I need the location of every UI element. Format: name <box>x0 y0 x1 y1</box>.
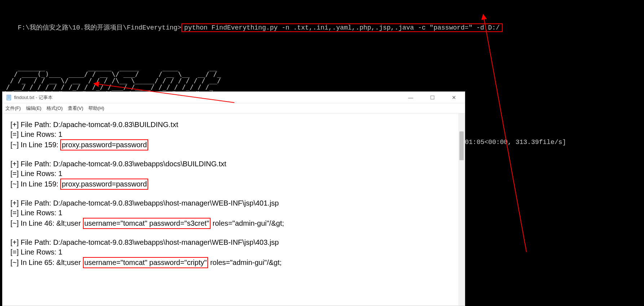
notepad-title: findout.txt - 记事本 <box>14 94 53 101</box>
menu-format[interactable]: 格式(O) <box>47 105 63 112</box>
close-button[interactable]: ✕ <box>447 95 461 100</box>
match-highlight: proxy.password=password <box>60 139 148 150</box>
scrollbar-thumb[interactable] <box>459 131 464 160</box>
prompt-path: F:\我的信安之路\10.我的开源项目\FindEveryting> <box>18 24 181 31</box>
notepad-icon <box>6 95 12 100</box>
result-block-0: [+] File Path: D:/apache-tomcat-9.0.83\B… <box>10 120 457 150</box>
line-rows: [=] Line Rows: 1 <box>10 130 457 139</box>
line-rows: [=] Line Rows: 1 <box>10 169 457 179</box>
match-highlight: username="tomcat" password="cripty" <box>83 257 208 268</box>
file-path: [+] File Path: D:/apache-tomcat-9.0.83\w… <box>10 198 457 208</box>
matched-line: [~] In Line 65: &lt;user username="tomca… <box>10 257 457 268</box>
result-block-1: [+] File Path: D:/apache-tomcat-9.0.83\w… <box>10 159 457 190</box>
command-line: F:\我的信安之路\10.我的开源项目\FindEveryting>python… <box>2 16 644 39</box>
result-block-2: [+] File Path: D:/apache-tomcat-9.0.83\w… <box>10 198 457 229</box>
matched-line: [~] In Line 46: &lt;user username="tomca… <box>10 218 457 229</box>
menu-edit[interactable]: 编辑(E) <box>26 105 41 112</box>
match-highlight: username="tomcat" password="s3cret" <box>83 218 211 229</box>
file-path: [+] File Path: D:/apache-tomcat-9.0.83\w… <box>10 159 457 169</box>
svg-rect-0 <box>7 95 11 100</box>
menu-help[interactable]: 帮助(H) <box>88 105 104 112</box>
notepad-menubar: 文件(F) 编辑(E) 格式(O) 查看(V) 帮助(H) <box>3 103 465 113</box>
match-highlight: proxy.password=password <box>60 179 148 190</box>
command-highlight: python FindEverything.py -n .txt,.ini,.y… <box>181 23 503 32</box>
file-path: [+] File Path: D:/apache-tomcat-9.0.83\w… <box>10 238 457 247</box>
minimize-button[interactable]: — <box>403 95 418 100</box>
matched-line: [~] In Line 159: proxy.password=password <box>10 179 457 190</box>
matched-line: [~] In Line 159: proxy.password=password <box>10 139 457 150</box>
menu-view[interactable]: 查看(V) <box>68 105 83 112</box>
line-rows: [=] Line Rows: 1 <box>10 208 457 218</box>
maximize-button[interactable]: ☐ <box>425 95 440 100</box>
menu-file[interactable]: 文件(F) <box>5 105 21 112</box>
notepad-body[interactable]: [+] File Path: D:/apache-tomcat-9.0.83\B… <box>3 113 465 306</box>
notepad-scrollbar[interactable] <box>458 113 465 306</box>
notepad-window[interactable]: findout.txt - 记事本 — ☐ ✕ 文件(F) 编辑(E) 格式(O… <box>2 91 465 306</box>
line-rows: [=] Line Rows: 1 <box>10 247 457 257</box>
notepad-titlebar[interactable]: findout.txt - 记事本 — ☐ ✕ <box>3 92 465 103</box>
file-path: [+] File Path: D:/apache-tomcat-9.0.83\B… <box>10 120 457 130</box>
result-block-3: [+] File Path: D:/apache-tomcat-9.0.83\w… <box>10 238 457 268</box>
